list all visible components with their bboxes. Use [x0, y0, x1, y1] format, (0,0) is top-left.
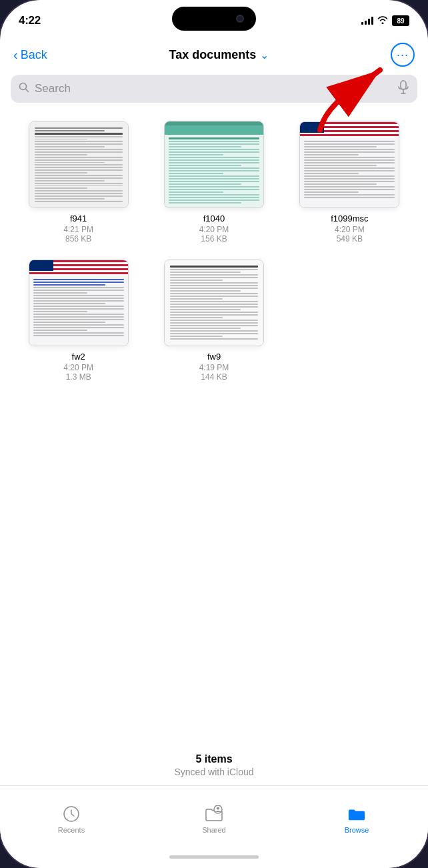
file-thumbnail-f1040	[164, 121, 264, 208]
front-camera	[236, 15, 244, 23]
wifi-icon	[377, 15, 388, 26]
tab-browse[interactable]: Browse	[285, 805, 428, 834]
home-bar	[169, 855, 259, 859]
browse-folder-icon	[347, 805, 366, 823]
ellipsis-icon: ···	[397, 49, 409, 61]
file-thumbnail-fw9	[164, 260, 264, 346]
items-info: 5 items Synced with iCloud	[0, 740, 428, 785]
list-item[interactable]: fw9 4:19 PM 144 KB	[146, 254, 281, 392]
clock-icon	[62, 805, 81, 823]
back-label: Back	[21, 48, 47, 62]
file-thumbnail-f1099msc	[299, 121, 399, 208]
battery-icon: 89	[392, 15, 409, 26]
file-time: 4:21 PM	[63, 225, 93, 234]
file-name: f1099msc	[331, 213, 368, 224]
nav-title: Tax documents	[169, 48, 257, 62]
tab-shared-label: Shared	[202, 826, 225, 834]
home-indicator	[0, 845, 428, 868]
file-size: 549 KB	[337, 234, 363, 244]
content-area: f941 4:21 PM 856 KB	[0, 111, 428, 785]
file-size: 144 KB	[201, 372, 227, 382]
search-bar[interactable]: Search	[11, 75, 417, 103]
file-size: 1.3 MB	[66, 372, 91, 382]
file-thumbnail-fw2	[29, 260, 129, 346]
nav-dropdown-chevron-icon[interactable]: ⌄	[260, 49, 269, 61]
file-time: 4:20 PM	[335, 225, 365, 234]
status-time: 4:22	[19, 14, 41, 27]
file-size: 856 KB	[65, 234, 91, 244]
nav-title-container: Tax documents ⌄	[169, 48, 269, 62]
file-thumbnail-f941	[29, 121, 129, 208]
file-time: 4:19 PM	[199, 363, 229, 372]
file-name: fw2	[72, 352, 85, 362]
more-options-button[interactable]: ···	[391, 43, 415, 67]
microphone-icon[interactable]	[397, 80, 409, 97]
svg-point-8	[217, 807, 219, 809]
search-container: Search	[0, 71, 428, 111]
file-time: 4:20 PM	[63, 363, 93, 372]
nav-bar: ‹ Back Tax documents ⌄ ···	[0, 36, 428, 71]
list-item[interactable]: f1040 4:20 PM 156 KB	[146, 116, 281, 254]
file-size: 156 KB	[201, 234, 227, 244]
list-item[interactable]: fw2 4:20 PM 1.3 MB	[11, 254, 146, 392]
tab-shared[interactable]: Shared	[143, 805, 285, 834]
tab-bar: Recents Shared	[0, 785, 428, 845]
phone-frame: 4:22 8	[0, 0, 428, 868]
signal-icon	[361, 17, 373, 25]
phone-screen: 4:22 8	[0, 0, 428, 868]
tab-recents-label: Recents	[58, 826, 85, 834]
back-button[interactable]: ‹ Back	[13, 48, 47, 62]
back-chevron-icon: ‹	[13, 48, 18, 61]
file-name: f1040	[203, 213, 225, 224]
tab-browse-label: Browse	[345, 826, 369, 834]
list-item[interactable]: f1099msc 4:20 PM 549 KB	[282, 116, 417, 254]
search-placeholder[interactable]: Search	[35, 82, 392, 95]
svg-line-1	[26, 89, 29, 92]
list-item[interactable]: f941 4:21 PM 856 KB	[11, 116, 146, 254]
dynamic-island	[172, 7, 256, 31]
items-sync-status: Synced with iCloud	[11, 767, 417, 777]
file-name: f941	[70, 213, 87, 224]
shared-icon	[205, 805, 223, 823]
file-time: 4:20 PM	[199, 225, 229, 234]
tab-recents[interactable]: Recents	[0, 805, 143, 834]
svg-rect-2	[401, 81, 406, 89]
search-icon	[19, 82, 29, 95]
status-icons: 89	[361, 15, 409, 26]
items-count: 5 items	[11, 753, 417, 765]
file-name: fw9	[207, 352, 221, 362]
files-grid: f941 4:21 PM 856 KB	[0, 111, 428, 740]
